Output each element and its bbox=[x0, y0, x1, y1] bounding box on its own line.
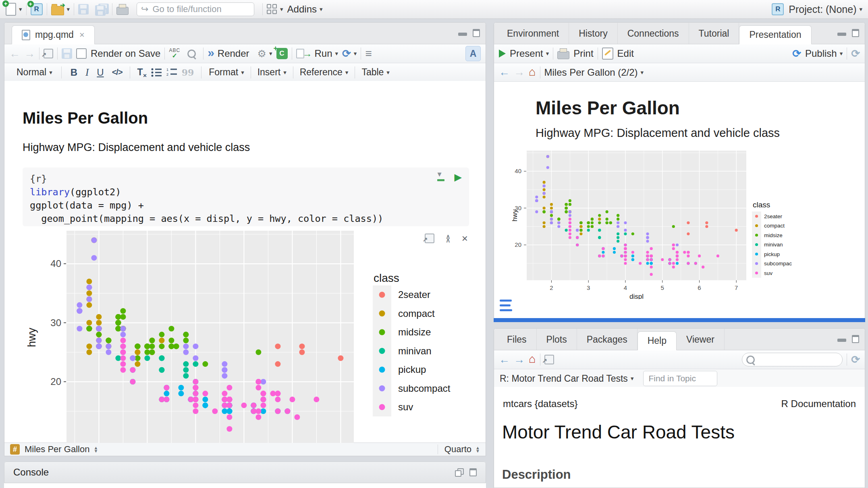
reference-menu[interactable]: Reference bbox=[300, 67, 343, 78]
render-on-save-label[interactable]: Render on Save bbox=[91, 48, 160, 59]
rerun-caret-icon[interactable]: ▾ bbox=[354, 50, 357, 57]
new-file-caret-icon[interactable]: ▾ bbox=[19, 6, 22, 13]
open-in-window-icon[interactable] bbox=[44, 49, 53, 58]
goto-file-search[interactable]: ↪ bbox=[137, 2, 254, 16]
rerun-icon[interactable]: ⟳ bbox=[342, 48, 351, 60]
insert-caret-icon[interactable]: ▾ bbox=[283, 69, 287, 76]
addins-caret-icon[interactable]: ▾ bbox=[320, 6, 323, 13]
outline-icon[interactable]: ≡ bbox=[365, 47, 372, 60]
help-back-icon[interactable]: ← bbox=[499, 354, 510, 365]
slide-home-icon[interactable]: ⌂ bbox=[529, 66, 536, 78]
goto-file-input[interactable] bbox=[152, 4, 250, 15]
tab-history[interactable]: History bbox=[569, 23, 618, 44]
format-menu[interactable]: Format bbox=[209, 67, 238, 78]
help-refresh-icon[interactable]: ⟳ bbox=[851, 354, 860, 366]
addins-menu[interactable]: Addins bbox=[287, 4, 317, 15]
new-project-button[interactable]: R+ bbox=[31, 3, 43, 15]
run-chunk-icon[interactable]: ▶ bbox=[455, 172, 462, 182]
spellcheck-icon[interactable]: ABC✓ bbox=[169, 48, 180, 59]
paragraph-style-select[interactable]: Normal bbox=[17, 67, 46, 78]
topic-selector[interactable]: R: Motor Trend Car Road Tests bbox=[500, 373, 628, 384]
edit-icon[interactable] bbox=[602, 48, 613, 60]
print-icon[interactable] bbox=[116, 7, 129, 15]
presentation-print-icon[interactable] bbox=[557, 51, 569, 59]
search-icon[interactable] bbox=[187, 50, 196, 58]
doc-mode-selector[interactable]: Quarto bbox=[444, 444, 471, 455]
slide-menu-icon[interactable] bbox=[500, 300, 513, 314]
render-options-caret-icon[interactable]: ▾ bbox=[269, 50, 272, 57]
present-play-icon[interactable] bbox=[499, 50, 506, 58]
help-popout-icon[interactable] bbox=[544, 355, 554, 364]
pane-layout-caret-icon[interactable]: ▾ bbox=[280, 6, 283, 13]
table-menu[interactable]: Table bbox=[361, 67, 384, 78]
slide-back-icon[interactable]: ← bbox=[499, 67, 510, 78]
open-file-icon[interactable] bbox=[51, 6, 64, 15]
run-button[interactable]: Run bbox=[315, 48, 332, 59]
publish-caret-icon[interactable]: ▾ bbox=[840, 50, 843, 57]
open-file-caret-icon[interactable]: ▾ bbox=[67, 6, 70, 13]
tab-packages[interactable]: Packages bbox=[577, 329, 638, 350]
help-home-icon[interactable]: ⌂ bbox=[529, 353, 536, 365]
section-selector[interactable]: Miles Per Gallon bbox=[25, 444, 89, 455]
render-on-save-checkbox[interactable] bbox=[76, 48, 87, 59]
reference-caret-icon[interactable]: ▾ bbox=[345, 69, 349, 76]
find-in-topic-input[interactable] bbox=[643, 371, 717, 386]
run-icon[interactable]: → bbox=[296, 48, 312, 59]
forward-icon[interactable]: → bbox=[24, 48, 35, 59]
tab-help[interactable]: Help bbox=[638, 331, 677, 350]
render-button[interactable]: Render bbox=[218, 48, 249, 59]
save-doc-icon[interactable] bbox=[62, 48, 72, 59]
render-icon[interactable]: » bbox=[208, 47, 214, 59]
rb-minimize-icon[interactable] bbox=[837, 335, 846, 342]
code-chunk[interactable]: {r}library(ggplot2)ggplot(data = mpg) + … bbox=[23, 167, 469, 226]
tab-tutorial[interactable]: Tutorial bbox=[689, 23, 739, 44]
save-all-icon[interactable] bbox=[95, 4, 108, 15]
project-menu[interactable]: Project: (None) bbox=[789, 4, 856, 15]
slide-selector[interactable]: Miles Per Gallon (2/2) bbox=[544, 67, 638, 78]
chunk-code[interactable]: {r}library(ggplot2)ggplot(data = mpg) + … bbox=[30, 172, 462, 225]
tab-presentation[interactable]: Presentation bbox=[739, 25, 811, 44]
rt-maximize-icon[interactable] bbox=[852, 29, 859, 37]
clear-formatting-icon[interactable]: T bbox=[137, 67, 143, 78]
numbered-list-icon[interactable]: 12 bbox=[166, 68, 178, 77]
presentation-refresh-icon[interactable]: ⟳ bbox=[851, 48, 860, 60]
back-icon[interactable]: ← bbox=[9, 48, 20, 59]
pane-resize-bar[interactable] bbox=[494, 318, 865, 322]
slide-forward-icon[interactable]: → bbox=[514, 67, 525, 78]
visual-editor-toggle[interactable]: A bbox=[465, 46, 481, 61]
bullet-list-icon[interactable] bbox=[151, 68, 162, 77]
slide-selector-caret-icon[interactable]: ▾ bbox=[641, 69, 644, 76]
bold-button[interactable]: B bbox=[71, 67, 77, 78]
tab-close-icon[interactable]: × bbox=[79, 31, 85, 39]
tab-plots[interactable]: Plots bbox=[537, 329, 577, 350]
tab-environment[interactable]: Environment bbox=[497, 23, 569, 44]
minimize-pane-icon[interactable] bbox=[458, 29, 467, 36]
edit-button[interactable]: Edit bbox=[617, 48, 634, 59]
print-button[interactable]: Print bbox=[573, 48, 593, 59]
console-header[interactable]: Console bbox=[4, 461, 486, 483]
italic-button[interactable]: I bbox=[85, 67, 89, 78]
gear-icon[interactable]: ⚙ bbox=[257, 48, 266, 60]
publish-button[interactable]: Publish bbox=[805, 48, 837, 59]
tab-mpg-qmd[interactable]: mpg.qmd × bbox=[12, 25, 95, 44]
pane-layout-icon[interactable] bbox=[267, 4, 277, 14]
help-search-input[interactable] bbox=[758, 354, 838, 365]
new-file-button[interactable]: + bbox=[6, 3, 16, 16]
format-caret-icon[interactable]: ▾ bbox=[241, 69, 244, 76]
tab-files[interactable]: Files bbox=[497, 329, 537, 350]
help-search-box[interactable] bbox=[742, 353, 843, 366]
rt-minimize-icon[interactable] bbox=[837, 29, 846, 36]
rb-maximize-icon[interactable] bbox=[852, 335, 859, 343]
insert-chunk-icon[interactable]: C bbox=[276, 48, 288, 59]
section-updown-icon[interactable]: ▲▼ bbox=[93, 446, 98, 453]
run-caret-icon[interactable]: ▾ bbox=[335, 50, 338, 57]
console-maximize-icon[interactable] bbox=[469, 468, 477, 476]
mode-updown-icon[interactable]: ▲▼ bbox=[476, 446, 480, 453]
table-caret-icon[interactable]: ▾ bbox=[386, 69, 390, 76]
project-caret-icon[interactable]: ▾ bbox=[859, 6, 862, 13]
console-restore-icon[interactable] bbox=[455, 468, 463, 476]
present-button[interactable]: Present bbox=[510, 48, 543, 59]
code-format-button[interactable]: </> bbox=[112, 68, 123, 77]
run-chunks-above-icon[interactable] bbox=[437, 172, 446, 182]
underline-button[interactable]: U bbox=[97, 67, 104, 78]
